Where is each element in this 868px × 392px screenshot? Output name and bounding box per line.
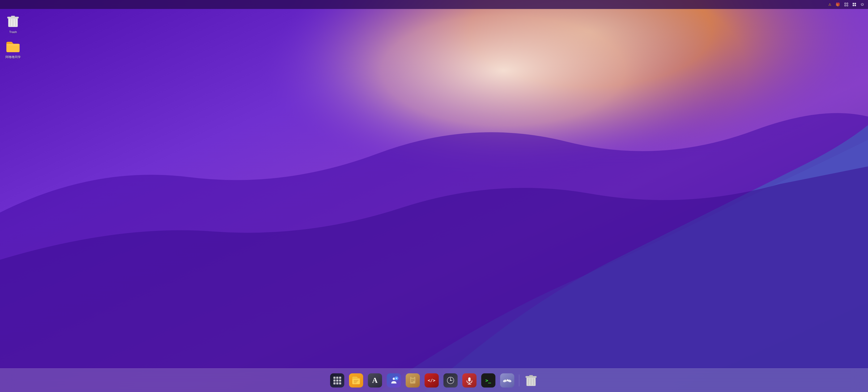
svg-rect-37 — [411, 381, 413, 382]
svg-rect-7 — [852, 3, 854, 4]
trash-icon-image — [6, 14, 20, 28]
svg-rect-35 — [411, 379, 415, 380]
terminal-icon: >_ — [481, 373, 495, 388]
svg-rect-10 — [855, 5, 856, 6]
svg-rect-5 — [845, 5, 846, 6]
dock-item-mango[interactable] — [386, 372, 402, 388]
fontbook-icon: A — [368, 373, 382, 388]
menubar: ⚠ 🎁 — [0, 0, 868, 9]
svg-rect-25 — [339, 382, 341, 385]
dock: A — [0, 368, 868, 392]
dock-divider — [519, 374, 519, 386]
svg-rect-26 — [354, 380, 359, 381]
svg-rect-21 — [336, 380, 338, 382]
dock-item-trash[interactable] — [523, 372, 539, 388]
folder-chinese-label: 阿噜噜同学 — [4, 55, 22, 60]
dock-item-launchpad[interactable] — [329, 372, 345, 388]
wallpaper-svg — [0, 0, 868, 392]
svg-point-41 — [450, 380, 451, 381]
desktop-icons: Trash 阿噜噜同学 — [0, 12, 26, 62]
desktop-background — [0, 0, 868, 392]
svg-rect-42 — [468, 378, 471, 382]
svg-rect-6 — [847, 5, 848, 6]
svg-rect-27 — [354, 381, 358, 382]
rabbitvcs-icon — [500, 373, 514, 388]
folder-icon-image — [6, 39, 20, 53]
svg-rect-9 — [852, 5, 854, 6]
svg-rect-51 — [529, 375, 533, 376]
power-icon[interactable] — [861, 3, 864, 6]
expand-icon[interactable] — [844, 3, 848, 6]
svg-rect-28 — [354, 383, 356, 383]
dock-item-rabbitvcs[interactable] — [499, 372, 515, 388]
svg-rect-4 — [847, 3, 848, 4]
dock-item-timemachinestat[interactable] — [442, 372, 459, 388]
svg-point-47 — [506, 379, 508, 382]
trash-desktop-icon[interactable]: Trash — [2, 14, 24, 34]
launchpad-icon — [330, 373, 344, 388]
dock-item-fontbook[interactable]: A — [367, 372, 383, 388]
svg-point-48 — [506, 380, 507, 380]
folder-chinese-desktop-icon[interactable]: 阿噜噜同学 — [2, 39, 24, 60]
svg-rect-23 — [333, 382, 336, 385]
grid-icon[interactable] — [852, 3, 856, 6]
pastebar-icon — [406, 373, 420, 388]
rapidweaver-icon: </> — [425, 373, 439, 388]
files-icon — [349, 373, 363, 388]
timemachinestat-icon — [443, 373, 458, 388]
trash-dock-icon — [524, 373, 538, 388]
dock-item-files[interactable] — [348, 372, 364, 388]
whisper-icon — [462, 373, 476, 388]
dock-item-rapidweaver[interactable]: </> — [424, 372, 440, 388]
mango-icon — [387, 373, 401, 388]
svg-rect-24 — [336, 382, 338, 385]
svg-rect-8 — [855, 3, 856, 4]
warning-icon[interactable]: ⚠ — [828, 3, 831, 6]
svg-rect-18 — [336, 376, 338, 379]
dock-item-pastebar[interactable] — [405, 372, 421, 388]
menubar-right: ⚠ 🎁 — [828, 2, 864, 7]
svg-rect-32 — [396, 378, 397, 379]
svg-rect-13 — [11, 16, 15, 17]
dock-item-terminal[interactable]: >_ — [480, 372, 496, 388]
trash-label: Trash — [8, 30, 19, 34]
svg-rect-22 — [339, 380, 341, 382]
svg-rect-34 — [411, 376, 414, 378]
svg-rect-17 — [333, 376, 336, 379]
svg-rect-36 — [411, 380, 415, 381]
gift-icon[interactable]: 🎁 — [836, 2, 840, 7]
svg-rect-20 — [333, 380, 336, 382]
svg-rect-19 — [339, 376, 341, 379]
svg-rect-3 — [845, 3, 846, 4]
dock-item-whisper[interactable] — [461, 372, 477, 388]
